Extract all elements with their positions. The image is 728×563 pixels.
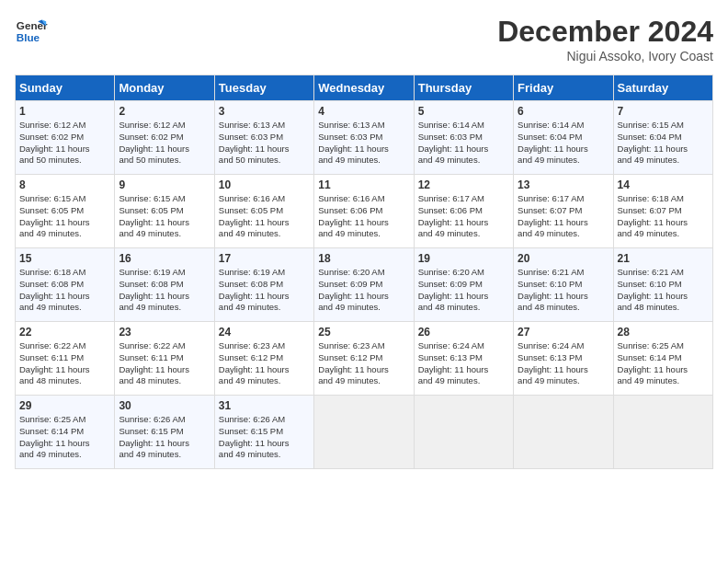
day-cell: 25Sunrise: 6:23 AM Sunset: 6:12 PM Dayli… <box>314 322 414 396</box>
page-header: General Blue December 2024 Nigui Assoko,… <box>15 15 713 63</box>
day-cell: 1Sunrise: 6:12 AM Sunset: 6:02 PM Daylig… <box>16 101 115 175</box>
calendar-table: SundayMondayTuesdayWednesdayThursdayFrid… <box>15 75 713 469</box>
day-cell: 11Sunrise: 6:16 AM Sunset: 6:06 PM Dayli… <box>314 175 414 248</box>
day-info: Sunrise: 6:13 AM Sunset: 6:03 PM Dayligh… <box>318 120 409 167</box>
day-info: Sunrise: 6:15 AM Sunset: 6:04 PM Dayligh… <box>618 120 709 167</box>
day-info: Sunrise: 6:15 AM Sunset: 6:05 PM Dayligh… <box>19 193 110 240</box>
day-number: 9 <box>119 178 210 191</box>
day-number: 25 <box>318 326 409 339</box>
day-number: 29 <box>19 399 110 412</box>
title-area: December 2024 Nigui Assoko, Ivory Coast <box>497 15 713 63</box>
day-number: 19 <box>418 252 509 265</box>
day-cell: 22Sunrise: 6:22 AM Sunset: 6:11 PM Dayli… <box>16 322 115 396</box>
day-number: 30 <box>119 399 210 412</box>
day-number: 4 <box>318 105 409 118</box>
day-number: 31 <box>219 399 310 412</box>
day-number: 24 <box>219 326 310 339</box>
calendar-title: December 2024 <box>497 15 713 49</box>
logo: General Blue <box>15 15 48 48</box>
day-cell: 9Sunrise: 6:15 AM Sunset: 6:05 PM Daylig… <box>115 175 214 248</box>
day-info: Sunrise: 6:21 AM Sunset: 6:10 PM Dayligh… <box>618 267 709 314</box>
day-number: 1 <box>19 105 110 118</box>
day-number: 6 <box>518 105 609 118</box>
day-cell: 29Sunrise: 6:25 AM Sunset: 6:14 PM Dayli… <box>16 396 115 469</box>
day-number: 3 <box>219 105 310 118</box>
day-info: Sunrise: 6:21 AM Sunset: 6:10 PM Dayligh… <box>518 267 609 314</box>
day-cell <box>414 396 513 469</box>
day-cell: 5Sunrise: 6:14 AM Sunset: 6:03 PM Daylig… <box>414 101 513 175</box>
day-cell: 20Sunrise: 6:21 AM Sunset: 6:10 PM Dayli… <box>514 248 613 322</box>
day-cell: 14Sunrise: 6:18 AM Sunset: 6:07 PM Dayli… <box>613 175 712 248</box>
day-cell: 24Sunrise: 6:23 AM Sunset: 6:12 PM Dayli… <box>214 322 313 396</box>
day-info: Sunrise: 6:25 AM Sunset: 6:14 PM Dayligh… <box>19 414 110 461</box>
day-cell: 30Sunrise: 6:26 AM Sunset: 6:15 PM Dayli… <box>115 396 214 469</box>
day-cell: 31Sunrise: 6:26 AM Sunset: 6:15 PM Dayli… <box>214 396 313 469</box>
day-number: 12 <box>418 178 509 191</box>
svg-text:Blue: Blue <box>17 31 40 43</box>
day-number: 16 <box>119 252 210 265</box>
day-info: Sunrise: 6:17 AM Sunset: 6:06 PM Dayligh… <box>418 193 509 240</box>
day-number: 15 <box>19 252 110 265</box>
week-row-5: 29Sunrise: 6:25 AM Sunset: 6:14 PM Dayli… <box>16 396 713 469</box>
day-info: Sunrise: 6:16 AM Sunset: 6:06 PM Dayligh… <box>318 193 409 240</box>
day-info: Sunrise: 6:20 AM Sunset: 6:09 PM Dayligh… <box>418 267 509 314</box>
day-cell: 4Sunrise: 6:13 AM Sunset: 6:03 PM Daylig… <box>314 101 414 175</box>
day-info: Sunrise: 6:12 AM Sunset: 6:02 PM Dayligh… <box>119 120 210 167</box>
day-info: Sunrise: 6:15 AM Sunset: 6:05 PM Dayligh… <box>119 193 210 240</box>
day-cell <box>514 396 613 469</box>
day-number: 13 <box>518 178 609 191</box>
day-number: 14 <box>618 178 709 191</box>
day-info: Sunrise: 6:19 AM Sunset: 6:08 PM Dayligh… <box>119 267 210 314</box>
header-cell-sunday: Sunday <box>16 75 115 101</box>
day-cell: 13Sunrise: 6:17 AM Sunset: 6:07 PM Dayli… <box>514 175 613 248</box>
day-number: 20 <box>518 252 609 265</box>
header-cell-thursday: Thursday <box>414 75 513 101</box>
day-cell: 8Sunrise: 6:15 AM Sunset: 6:05 PM Daylig… <box>16 175 115 248</box>
day-cell: 6Sunrise: 6:14 AM Sunset: 6:04 PM Daylig… <box>514 101 613 175</box>
day-info: Sunrise: 6:16 AM Sunset: 6:05 PM Dayligh… <box>219 193 310 240</box>
day-cell <box>613 396 712 469</box>
day-cell: 12Sunrise: 6:17 AM Sunset: 6:06 PM Dayli… <box>414 175 513 248</box>
day-cell: 26Sunrise: 6:24 AM Sunset: 6:13 PM Dayli… <box>414 322 513 396</box>
header-cell-tuesday: Tuesday <box>214 75 313 101</box>
day-info: Sunrise: 6:23 AM Sunset: 6:12 PM Dayligh… <box>219 340 310 387</box>
day-cell: 17Sunrise: 6:19 AM Sunset: 6:08 PM Dayli… <box>214 248 313 322</box>
day-info: Sunrise: 6:13 AM Sunset: 6:03 PM Dayligh… <box>219 120 310 167</box>
calendar-subtitle: Nigui Assoko, Ivory Coast <box>497 49 713 63</box>
day-info: Sunrise: 6:25 AM Sunset: 6:14 PM Dayligh… <box>618 340 709 387</box>
day-cell: 16Sunrise: 6:19 AM Sunset: 6:08 PM Dayli… <box>115 248 214 322</box>
week-row-4: 22Sunrise: 6:22 AM Sunset: 6:11 PM Dayli… <box>16 322 713 396</box>
day-number: 5 <box>418 105 509 118</box>
calendar-body: 1Sunrise: 6:12 AM Sunset: 6:02 PM Daylig… <box>16 101 713 469</box>
day-info: Sunrise: 6:14 AM Sunset: 6:04 PM Dayligh… <box>518 120 609 167</box>
day-number: 26 <box>418 326 509 339</box>
week-row-1: 1Sunrise: 6:12 AM Sunset: 6:02 PM Daylig… <box>16 101 713 175</box>
day-info: Sunrise: 6:23 AM Sunset: 6:12 PM Dayligh… <box>318 340 409 387</box>
day-info: Sunrise: 6:24 AM Sunset: 6:13 PM Dayligh… <box>418 340 509 387</box>
day-number: 7 <box>618 105 709 118</box>
header-cell-monday: Monday <box>115 75 214 101</box>
day-cell: 10Sunrise: 6:16 AM Sunset: 6:05 PM Dayli… <box>214 175 313 248</box>
day-cell: 21Sunrise: 6:21 AM Sunset: 6:10 PM Dayli… <box>613 248 712 322</box>
day-cell <box>314 396 414 469</box>
day-info: Sunrise: 6:26 AM Sunset: 6:15 PM Dayligh… <box>219 414 310 461</box>
week-row-2: 8Sunrise: 6:15 AM Sunset: 6:05 PM Daylig… <box>16 175 713 248</box>
day-cell: 27Sunrise: 6:24 AM Sunset: 6:13 PM Dayli… <box>514 322 613 396</box>
day-number: 8 <box>19 178 110 191</box>
day-cell: 2Sunrise: 6:12 AM Sunset: 6:02 PM Daylig… <box>115 101 214 175</box>
header-row: SundayMondayTuesdayWednesdayThursdayFrid… <box>16 75 713 101</box>
day-info: Sunrise: 6:26 AM Sunset: 6:15 PM Dayligh… <box>119 414 210 461</box>
day-info: Sunrise: 6:24 AM Sunset: 6:13 PM Dayligh… <box>518 340 609 387</box>
day-number: 11 <box>318 178 409 191</box>
day-number: 18 <box>318 252 409 265</box>
day-info: Sunrise: 6:17 AM Sunset: 6:07 PM Dayligh… <box>518 193 609 240</box>
day-number: 27 <box>518 326 609 339</box>
logo-icon: General Blue <box>15 15 48 48</box>
day-info: Sunrise: 6:18 AM Sunset: 6:08 PM Dayligh… <box>19 267 110 314</box>
day-cell: 15Sunrise: 6:18 AM Sunset: 6:08 PM Dayli… <box>16 248 115 322</box>
day-cell: 28Sunrise: 6:25 AM Sunset: 6:14 PM Dayli… <box>613 322 712 396</box>
day-cell: 7Sunrise: 6:15 AM Sunset: 6:04 PM Daylig… <box>613 101 712 175</box>
day-number: 22 <box>19 326 110 339</box>
header-cell-saturday: Saturday <box>613 75 712 101</box>
day-info: Sunrise: 6:20 AM Sunset: 6:09 PM Dayligh… <box>318 267 409 314</box>
